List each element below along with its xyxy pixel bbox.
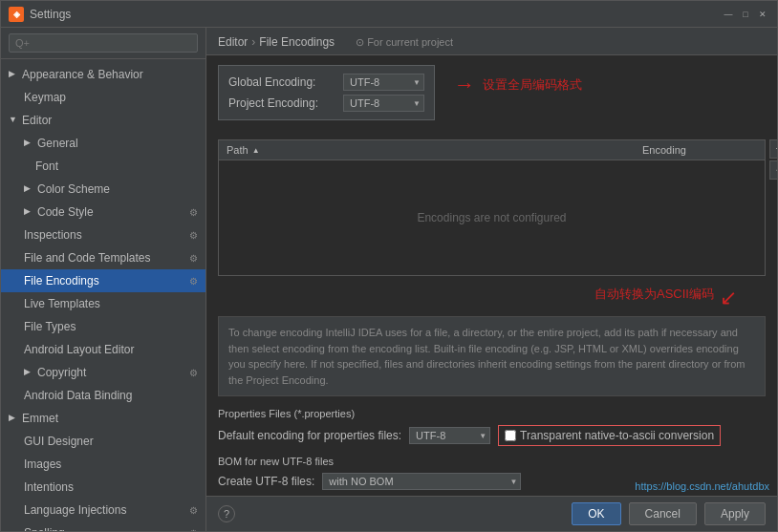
annotation2-container: 自动转换为ASCII编码 ↙ bbox=[218, 286, 766, 310]
project-encoding-select-wrapper: UTF-8 UTF-16 ISO-8859-1 GBK bbox=[343, 95, 424, 112]
path-col-label: Path bbox=[227, 144, 249, 156]
search-input[interactable] bbox=[9, 33, 198, 53]
bottom-bar: ? OK Cancel Apply bbox=[206, 496, 777, 531]
expand-arrow-icon: ▼ bbox=[9, 114, 20, 127]
props-encoding-select[interactable]: UTF-8 UTF-16 ISO-8859-1 bbox=[409, 427, 490, 444]
content-header: Editor › File Encodings ⊙ For current pr… bbox=[206, 28, 777, 55]
props-encoding-select-wrapper: UTF-8 UTF-16 ISO-8859-1 bbox=[409, 427, 490, 444]
annotation2-text: 自动转换为ASCII编码 bbox=[594, 286, 714, 310]
sidebar-item-label: Inspections bbox=[24, 226, 82, 244]
sidebar-item-copyright[interactable]: ▶ Copyright ⚙ bbox=[1, 361, 205, 384]
sidebar-item-file-code-templates[interactable]: File and Code Templates ⚙ bbox=[1, 246, 205, 269]
col-path: Path ▲ bbox=[227, 144, 642, 156]
settings-window: ◈ Settings — □ ✕ ▶ Appearance & Behavior… bbox=[0, 0, 778, 532]
sidebar-item-label: Intentions bbox=[24, 479, 74, 496]
title-bar: ◈ Settings — □ ✕ bbox=[1, 1, 777, 28]
sidebar-item-android-layout-editor[interactable]: Android Layout Editor bbox=[1, 338, 205, 361]
gear-icon: ⚙ bbox=[189, 366, 198, 380]
main-content: Editor › File Encodings ⊙ For current pr… bbox=[206, 28, 777, 531]
sort-arrow-icon: ▲ bbox=[252, 146, 260, 155]
sidebar-item-label: Appearance & Behavior bbox=[22, 66, 143, 83]
bottom-left: ? bbox=[218, 505, 235, 522]
app-icon: ◈ bbox=[9, 7, 24, 22]
breadcrumb-arrow-icon: › bbox=[251, 35, 255, 49]
breadcrumb: Editor › File Encodings bbox=[218, 35, 335, 49]
properties-section-label: Properties Files (*.properties) bbox=[218, 408, 766, 419]
gear-icon: ⚙ bbox=[189, 526, 198, 532]
help-button[interactable]: ? bbox=[218, 505, 235, 522]
ok-button[interactable]: OK bbox=[572, 502, 620, 525]
table-header: Path ▲ Encoding bbox=[219, 140, 765, 160]
sidebar-item-label: Copyright bbox=[37, 364, 86, 381]
for-current-project: ⊙ For current project bbox=[356, 36, 453, 49]
sidebar-item-general[interactable]: ▶ General bbox=[1, 132, 205, 155]
sidebar-item-label: Font bbox=[35, 158, 58, 175]
bottom-right: OK Cancel Apply bbox=[572, 502, 766, 525]
sidebar-item-file-encodings[interactable]: File Encodings ⚙ bbox=[1, 269, 205, 292]
sidebar-item-color-scheme[interactable]: ▶ Color Scheme bbox=[1, 178, 205, 201]
project-encoding-select[interactable]: UTF-8 UTF-16 ISO-8859-1 GBK bbox=[343, 95, 424, 112]
sidebar-item-file-types[interactable]: File Types bbox=[1, 315, 205, 338]
gear-icon: ⚙ bbox=[189, 228, 198, 243]
gear-icon: ⚙ bbox=[189, 251, 198, 266]
sidebar-item-editor[interactable]: ▼ Editor bbox=[1, 109, 205, 132]
global-encoding-select[interactable]: UTF-8 UTF-16 ISO-8859-1 GBK bbox=[343, 74, 424, 91]
cancel-button[interactable]: Cancel bbox=[629, 502, 697, 525]
sidebar-item-font[interactable]: Font bbox=[1, 155, 205, 178]
sidebar-item-language-injections[interactable]: Language Injections ⚙ bbox=[1, 499, 205, 521]
bom-select-wrapper: with NO BOM with BOM with BOM if Windows… bbox=[322, 473, 521, 490]
annotation1-container: → 设置全局编码格式 bbox=[454, 73, 582, 97]
sidebar-item-images[interactable]: Images bbox=[1, 453, 205, 476]
minimize-button[interactable]: — bbox=[722, 8, 735, 21]
close-button[interactable]: ✕ bbox=[756, 8, 769, 21]
remove-button[interactable]: − bbox=[769, 160, 777, 180]
maximize-button[interactable]: □ bbox=[739, 8, 752, 21]
window-body: ▶ Appearance & Behavior Keymap ▼ Editor … bbox=[1, 28, 777, 531]
sidebar-item-appearance[interactable]: ▶ Appearance & Behavior bbox=[1, 63, 205, 86]
sidebar-item-keymap[interactable]: Keymap bbox=[1, 86, 205, 109]
table-side-buttons: + − bbox=[769, 139, 777, 180]
annotation1-text: 设置全局编码格式 bbox=[483, 76, 582, 94]
expand-arrow-icon: ▶ bbox=[24, 137, 35, 150]
bom-select[interactable]: with NO BOM with BOM with BOM if Windows… bbox=[322, 473, 521, 490]
transparent-checkbox-label: Transparent native-to-ascii conversion bbox=[520, 429, 714, 442]
sidebar-item-intentions[interactable]: Intentions bbox=[1, 476, 205, 499]
sidebar-item-label: GUI Designer bbox=[24, 433, 94, 450]
gear-icon: ⚙ bbox=[189, 503, 198, 518]
for-current-project-label: ⊙ For current project bbox=[356, 36, 453, 49]
sidebar-item-label: Android Data Binding bbox=[24, 387, 132, 404]
sidebar-item-label: Images bbox=[24, 456, 61, 473]
content-body: Global Encoding: UTF-8 UTF-16 ISO-8859-1… bbox=[206, 55, 777, 496]
global-encoding-label: Global Encoding: bbox=[228, 75, 343, 89]
add-button[interactable]: + bbox=[769, 139, 777, 159]
transparent-checkbox[interactable] bbox=[505, 430, 516, 441]
empty-table-text: Encodings are not configured bbox=[417, 211, 566, 224]
expand-arrow-icon: ▶ bbox=[9, 68, 20, 81]
props-row: Default encoding for properties files: U… bbox=[218, 425, 766, 446]
default-encoding-label: Default encoding for properties files: bbox=[218, 429, 401, 442]
apply-button[interactable]: Apply bbox=[704, 502, 766, 525]
encoding-col-label: Encoding bbox=[642, 144, 686, 156]
sidebar-item-label: Android Layout Editor bbox=[24, 341, 134, 358]
expand-arrow-icon: ▶ bbox=[24, 205, 35, 219]
description-text: To change encoding IntelliJ IDEA uses fo… bbox=[218, 316, 766, 396]
expand-arrow-icon: ▶ bbox=[9, 412, 20, 425]
sidebar-item-live-templates[interactable]: Live Templates bbox=[1, 292, 205, 315]
sidebar-item-label: Editor bbox=[22, 112, 52, 129]
window-controls: — □ ✕ bbox=[722, 8, 769, 21]
sidebar-item-inspections[interactable]: Inspections ⚙ bbox=[1, 223, 205, 246]
sidebar-item-label: Live Templates bbox=[24, 295, 100, 312]
sidebar-item-android-data-binding[interactable]: Android Data Binding bbox=[1, 384, 205, 407]
expand-arrow-icon: ▶ bbox=[24, 366, 35, 379]
bom-section-label: BOM for new UTF-8 files bbox=[218, 456, 766, 467]
sidebar-item-gui-designer[interactable]: GUI Designer bbox=[1, 430, 205, 453]
gear-icon: ⚙ bbox=[189, 274, 198, 288]
expand-arrow-icon: ▶ bbox=[24, 182, 35, 196]
watermark-text: https://blog.csdn.net/ahutdbx bbox=[635, 480, 769, 492]
sidebar-item-spelling[interactable]: Spelling ⚙ bbox=[1, 521, 205, 531]
sidebar-item-emmet[interactable]: ▶ Emmet bbox=[1, 407, 205, 430]
breadcrumb-part2: File Encodings bbox=[259, 35, 335, 49]
sidebar-item-label: Code Style bbox=[37, 203, 94, 221]
sidebar-item-code-style[interactable]: ▶ Code Style ⚙ bbox=[1, 201, 205, 223]
project-encoding-row: Project Encoding: UTF-8 UTF-16 ISO-8859-… bbox=[228, 95, 424, 112]
